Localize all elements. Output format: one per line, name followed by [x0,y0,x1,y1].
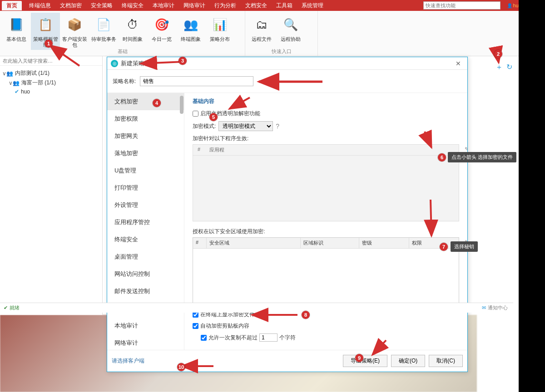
effect-label: 加密针对以下程序生效: [193,135,459,142]
mail-icon: ✉ [482,305,486,311]
category-item[interactable]: 应用程序管控 [107,214,184,231]
category-item[interactable]: 外设管理 [107,196,184,214]
ribbon-btn-4[interactable]: ⏱时间图象 [118,13,147,50]
ribbon-quick-1[interactable]: 🔍远程协助 [276,13,305,44]
category-item[interactable]: 邮件发送控制 [107,283,184,300]
copy-unit: 个字符 [279,334,296,342]
menu-behavior[interactable]: 行为分析 [210,2,241,10]
zone-label: 授权在以下安全区域使用加密: [193,228,459,235]
ok-button[interactable]: 确定(O) [391,355,425,367]
policy-name-label: 策略名称: [113,78,140,85]
menu-system[interactable]: 系统管理 [297,2,328,10]
zone-table[interactable]: # 安全区域 区域标识 密级 权限 [193,237,459,305]
top-menu-bar: 首页 终端信息 文档加密 安全策略 终端安全 本地审计 网络审计 行为分析 文档… [0,0,545,11]
tree-root[interactable]: ∨👥内部测试 (1/1) [2,69,100,78]
tree-dept[interactable]: ∨👥海富一部 (1/1) [2,78,100,88]
close-icon[interactable]: ✕ [453,60,464,67]
badge-3: 3 [178,57,187,65]
category-item[interactable]: 桌面管理 [107,248,184,265]
select-client-link[interactable]: 请选择客户端 [112,357,144,365]
badge-6: 6 [438,153,446,162]
auto-clipboard-checkbox[interactable]: 自动加密剪贴板内容 [193,322,249,330]
help-icon[interactable]: ? [276,122,279,130]
badge-10: 10 [177,363,185,371]
ribbon-btn-5[interactable]: 🎯今日一览 [147,13,176,50]
badge-7: 7 [440,243,448,251]
category-item[interactable]: U盘管理 [107,162,184,179]
category-item[interactable]: 网站访问控制 [107,265,184,283]
badge-5: 5 [209,113,218,121]
add-icon[interactable]: ＋ [495,63,503,72]
menu-network-audit[interactable]: 网络审计 [179,2,210,10]
new-template-dialog: ◎ 新建策略模板 ✕ 策略名称: 文档加密加密权限加密网关落地加密U盘管理打印管… [107,57,468,372]
tree-search-input[interactable] [0,56,102,66]
tooltip-7: 选择秘钥 [451,241,478,252]
menu-doc-security[interactable]: 文档安全 [241,2,272,10]
badge-2: 2 [494,50,502,58]
export-button[interactable]: 导出策略(E) [343,355,387,367]
ribbon-quick-0[interactable]: 🗂远程文件 [247,13,276,44]
menu-terminal-info[interactable]: 终端信息 [25,2,55,10]
ribbon-group-quick: 快速入口 [245,48,317,55]
category-item[interactable]: 加密权限 [107,110,184,127]
tooltip-6: 点击小箭头 选择加密的文件 [448,152,516,162]
category-item[interactable]: 本地审计 [107,317,184,334]
mode-label: 加密模式: [193,122,216,130]
status-bar: ✔ 就绪 [0,303,513,313]
home-tab[interactable]: 首页 [2,1,22,10]
category-item[interactable]: 打印管理 [107,179,184,196]
ribbon-btn-6[interactable]: 👥终端图象 [176,13,205,50]
scrollbar-thumb[interactable] [180,96,183,114]
badge-8: 8 [302,311,310,319]
ribbon-btn-3[interactable]: 📄待审批事务 [89,13,118,50]
ribbon-group-basic: 基础 [0,48,245,55]
edit-programs-icon[interactable]: ✎ [465,146,467,152]
tree-leaf[interactable]: ✔huo [2,88,100,96]
status-check-icon: ✔ [4,305,8,311]
program-list-box[interactable]: #应用程 [193,144,459,221]
notification-center[interactable]: ✉ 通知中心 [476,303,513,313]
cancel-button[interactable]: 取消(C) [429,355,463,367]
section-basic: 基础内容 [193,98,459,105]
copy-limit-checkbox[interactable]: 允许一次复制不超过 [201,334,258,342]
policy-name-input[interactable] [140,76,253,86]
refresh-icon[interactable]: ↻ [506,63,512,72]
category-item[interactable]: 文档加密 [107,93,184,110]
global-search-input[interactable] [423,1,500,10]
dialog-title: 新建策略模板 [121,59,453,68]
category-item[interactable]: 终端安全 [107,231,184,248]
menu-terminal-security[interactable]: 终端安全 [117,2,148,10]
menu-toolbox[interactable]: 工具箱 [272,2,297,10]
ribbon-btn-0[interactable]: 📘基本信息 [2,13,31,50]
menu-doc-encrypt[interactable]: 文档加密 [55,2,86,10]
ribbon-btn-7[interactable]: 📊策略分布 [205,13,234,50]
badge-9: 9 [355,354,363,362]
copy-limit-input[interactable] [259,333,277,342]
dialog-icon: ◎ [111,60,118,67]
badge-4: 4 [153,99,161,107]
category-item[interactable]: 网络审计 [107,334,184,350]
menu-local-audit[interactable]: 本地审计 [148,2,179,10]
left-tree-panel: ∨👥内部测试 (1/1) ∨👥海富一部 (1/1) ✔huo [0,56,103,315]
badge-1: 1 [45,39,53,48]
mode-select[interactable]: 透明加密模式 [218,121,273,131]
ribbon: 📘基本信息📋策略模板管理📦客户端安装包📄待审批事务⏱时间图象🎯今日一览👥终端图象… [0,11,545,56]
menu-security-policy[interactable]: 安全策略 [86,2,117,10]
enable-encrypt-checkbox[interactable]: 启用文档透明加解密功能 [193,110,260,118]
category-item[interactable]: 加密网关 [107,127,184,145]
category-item[interactable]: 落地加密 [107,145,184,162]
ribbon-btn-2[interactable]: 📦客户端安装包 [60,13,89,50]
